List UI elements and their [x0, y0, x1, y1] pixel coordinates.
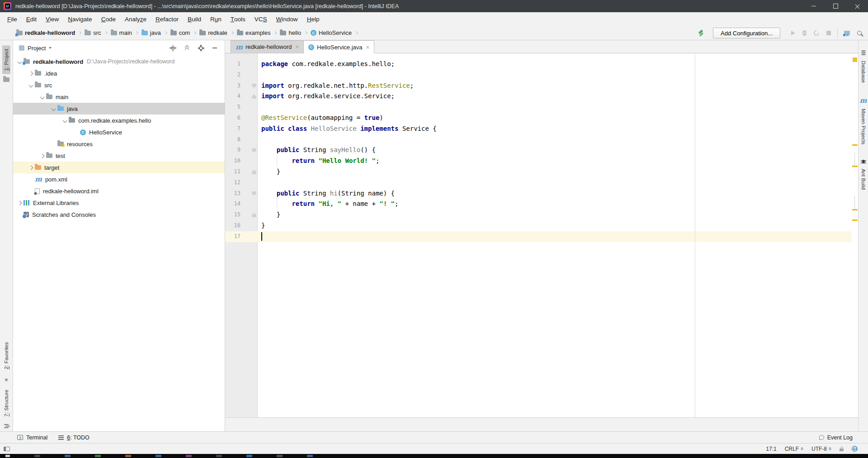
maximize-button[interactable] — [825, 0, 846, 12]
code-line-14[interactable]: return "Hi, " + name + "! "; — [258, 199, 852, 210]
tree-item-external-libraries[interactable]: External Libraries — [13, 197, 225, 209]
menu-help[interactable]: Help — [302, 12, 324, 26]
menu-refactor[interactable]: Refactor — [151, 12, 183, 26]
run-icon[interactable] — [791, 31, 795, 35]
close-button[interactable] — [846, 0, 868, 12]
code-line-5[interactable] — [258, 102, 852, 113]
chevron-right-icon[interactable] — [40, 153, 45, 158]
menu-window[interactable]: Window — [272, 12, 302, 26]
tree-item-helloservice[interactable]: HelloService — [13, 126, 225, 138]
warning-status-square[interactable] — [853, 57, 857, 62]
menu-build[interactable]: Build — [183, 12, 206, 26]
tool-button-terminal[interactable]: Terminal — [12, 434, 53, 441]
fold-down-icon[interactable] — [252, 84, 256, 88]
code-line-3[interactable]: import org.redkale.net.http.RestService; — [258, 81, 852, 91]
menu-tools[interactable]: Tools — [226, 12, 250, 26]
code-line-11[interactable]: } — [258, 167, 852, 177]
menu-edit[interactable]: Edit — [22, 12, 41, 26]
tree-item-scratches-and-consoles[interactable]: Scratches and Consoles — [13, 209, 225, 220]
chevron-down-icon[interactable] — [52, 106, 56, 111]
tab-close-icon[interactable]: × — [365, 44, 371, 50]
chevron-down-icon[interactable] — [63, 118, 67, 123]
chevron-down-icon[interactable] — [29, 83, 33, 87]
chevron-down-icon[interactable] — [49, 47, 52, 49]
code-line-10[interactable]: return "Hello World! "; — [258, 156, 852, 167]
code-line-17[interactable] — [258, 231, 852, 242]
tool-button-maven-projects[interactable]: Maven Projects — [861, 106, 866, 147]
encoding-widget[interactable]: UTF-8 — [807, 446, 835, 452]
editor-tab-redkale-helloword[interactable]: redkale-helloword× — [231, 40, 304, 53]
error-stripe-scrollbar[interactable] — [852, 53, 858, 417]
breadcrumb-item-redkale-helloword[interactable]: redkale-helloword — [15, 29, 76, 36]
tree-item-main[interactable]: main — [13, 91, 225, 103]
code-line-7[interactable]: public class HelloService implements Ser… — [258, 124, 852, 134]
breadcrumb-item-hello[interactable]: hello — [279, 29, 302, 36]
code-line-13[interactable]: public String hi(String name) { — [258, 188, 852, 199]
inspection-profile-icon[interactable] — [852, 446, 858, 452]
tool-button-event-log[interactable]: Event Log — [814, 434, 858, 441]
chevron-right-icon[interactable] — [29, 165, 33, 170]
fold-down-icon[interactable] — [252, 148, 256, 153]
database-icon[interactable] — [861, 50, 866, 56]
menu-code[interactable]: Code — [97, 12, 120, 26]
fold-up-icon[interactable] — [252, 213, 256, 217]
project-structure-icon[interactable] — [844, 31, 850, 35]
collapse-all-icon[interactable] — [184, 45, 189, 51]
chevron-right-icon[interactable] — [29, 71, 33, 76]
breadcrumb-item-examples[interactable]: examples — [236, 29, 272, 36]
tool-button-1-project[interactable]: 1: Project — [2, 46, 10, 74]
project-panel-title[interactable]: Project — [28, 45, 46, 52]
folder-icon[interactable] — [3, 77, 9, 82]
chevron-down-icon[interactable] — [18, 59, 22, 64]
code-line-15[interactable]: } — [258, 210, 852, 220]
breadcrumb-item-redkale[interactable]: redkale — [198, 29, 228, 36]
tree-item-redkale-helloword-iml[interactable]: redkale-helloword.iml — [13, 185, 225, 197]
menu-view[interactable]: View — [41, 12, 63, 26]
structure-icon[interactable] — [4, 424, 9, 429]
code-line-8[interactable] — [258, 134, 852, 145]
caret-position-widget[interactable]: 17:1 — [762, 446, 780, 452]
tree-item-pom-xml[interactable]: pom.xml — [13, 173, 225, 185]
warning-mark[interactable] — [852, 166, 858, 167]
menu-file[interactable]: File — [3, 12, 22, 26]
editor-tab-helloservice-java[interactable]: HelloService.java× — [303, 40, 374, 53]
search-everywhere-icon[interactable] — [857, 31, 862, 35]
code-line-1[interactable]: package com.redkale.examples.hello; — [258, 59, 852, 70]
hide-panel-icon[interactable] — [212, 48, 217, 48]
breadcrumb-item-com[interactable]: com — [170, 29, 191, 36]
tool-button-database[interactable]: Database — [861, 58, 866, 86]
readonly-lock-icon[interactable] — [840, 448, 844, 451]
code-line-12[interactable] — [258, 177, 852, 188]
chevron-right-icon[interactable] — [18, 200, 22, 205]
tree-item-com-redkale-examples-hello[interactable]: com.redkale.examples.hello — [13, 114, 225, 126]
menu-analyze[interactable]: Analyze — [120, 12, 151, 26]
run-with-coverage-icon[interactable] — [813, 29, 821, 37]
toggle-toolwindow-bars-icon[interactable] — [4, 447, 10, 451]
tool-button-7-structure[interactable]: 7: Structure — [2, 386, 10, 420]
warning-mark[interactable] — [852, 219, 858, 221]
debug-icon[interactable] — [802, 30, 807, 36]
code-line-6[interactable]: @RestService(automapping = true) — [258, 113, 852, 124]
menu-vcs[interactable]: VCS — [250, 12, 272, 26]
menu-navigate[interactable]: Navigate — [63, 12, 96, 26]
locate-icon[interactable] — [171, 46, 175, 50]
breadcrumb-item-helloservice[interactable]: HelloService — [310, 29, 353, 36]
menu-run[interactable]: Run — [206, 12, 226, 26]
breadcrumb-item-java[interactable]: java — [141, 29, 162, 36]
tree-item-idea[interactable]: .idea — [13, 67, 225, 79]
code-editor[interactable]: 1234567891011121314151617 package com.re… — [225, 53, 858, 417]
add-configuration-button[interactable]: Add Configuration... — [713, 28, 780, 38]
star-icon[interactable]: ★ — [4, 377, 9, 382]
breadcrumb-item-src[interactable]: src — [84, 29, 102, 36]
tree-item-test[interactable]: test — [13, 150, 225, 162]
code-line-4[interactable]: import org.redkale.service.Service; — [258, 91, 852, 102]
breadcrumb-item-main[interactable]: main — [110, 29, 133, 36]
fold-down-icon[interactable] — [252, 191, 256, 196]
tool-button-6-todo[interactable]: 6: TODO — [53, 434, 95, 441]
warning-mark[interactable] — [852, 209, 858, 210]
warning-mark[interactable] — [852, 144, 858, 146]
line-separator-widget[interactable]: CRLF — [781, 446, 807, 452]
tree-item-src[interactable]: src — [13, 79, 225, 91]
gear-icon[interactable] — [199, 46, 203, 50]
minimize-button[interactable] — [803, 0, 825, 12]
